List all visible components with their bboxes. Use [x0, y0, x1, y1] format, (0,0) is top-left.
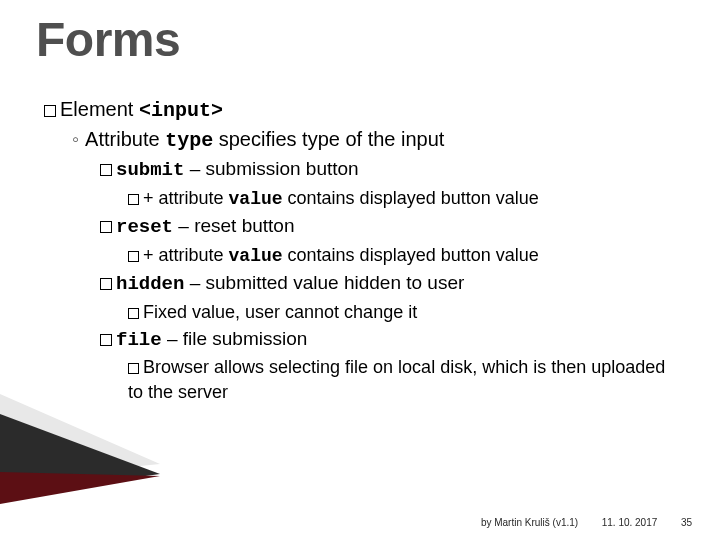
code: value [229, 189, 283, 209]
svg-marker-1 [0, 414, 160, 496]
text: – submission button [184, 158, 358, 179]
code: submit [116, 159, 184, 181]
text: – submitted value hidden to user [184, 272, 464, 293]
bullet-level2: ◦Attribute type specifies type of the in… [72, 126, 684, 154]
text: contains displayed button value [283, 188, 539, 208]
code: value [229, 246, 283, 266]
square-bullet-icon [44, 105, 56, 117]
square-bullet-icon [100, 334, 112, 346]
bullet-level3: reset – reset button [100, 213, 684, 241]
page-number: 35 [681, 517, 692, 528]
svg-marker-2 [0, 472, 160, 504]
square-bullet-icon [100, 278, 112, 290]
square-bullet-icon [128, 308, 139, 319]
square-bullet-icon [128, 363, 139, 374]
svg-marker-0 [0, 394, 160, 480]
decorative-wedge [0, 394, 160, 504]
bullet-level4: Browser allows selecting file on local d… [128, 355, 668, 404]
bullet-level4: + attribute value contains displayed but… [128, 186, 684, 211]
footer-author: by Martin Kruliš (v1.1) [481, 517, 578, 528]
code: file [116, 329, 162, 351]
bullet-level3: submit – submission button [100, 156, 684, 184]
code: <input> [139, 99, 223, 122]
bullet-level1: Element <input> [44, 96, 684, 124]
code: hidden [116, 273, 184, 295]
slide: Forms Element <input> ◦Attribute type sp… [0, 0, 720, 540]
text: contains displayed button value [283, 245, 539, 265]
square-bullet-icon [128, 194, 139, 205]
text: + attribute [143, 188, 229, 208]
text: Attribute [85, 128, 165, 150]
bullet-level3: hidden – submitted value hidden to user [100, 270, 684, 298]
text: + attribute [143, 245, 229, 265]
code: reset [116, 216, 173, 238]
footer-date: 11. 10. 2017 [602, 517, 658, 528]
footer: by Martin Kruliš (v1.1) 11. 10. 2017 35 [481, 517, 692, 528]
text: specifies type of the input [213, 128, 444, 150]
code: type [165, 129, 213, 152]
square-bullet-icon [128, 251, 139, 262]
text: Browser allows selecting file on local d… [128, 357, 665, 401]
bullet-level4: + attribute value contains displayed but… [128, 243, 684, 268]
square-bullet-icon [100, 221, 112, 233]
square-bullet-icon [100, 164, 112, 176]
text: – file submission [162, 328, 308, 349]
text: Element [60, 98, 139, 120]
text: – reset button [173, 215, 294, 236]
slide-title: Forms [36, 12, 180, 67]
bullet-level3: file – file submission [100, 326, 684, 354]
text: Fixed value, user cannot change it [143, 302, 417, 322]
slide-content: Element <input> ◦Attribute type specifie… [44, 96, 684, 406]
bullet-level4: Fixed value, user cannot change it [128, 300, 684, 324]
chevron-icon: ◦ [72, 126, 79, 153]
